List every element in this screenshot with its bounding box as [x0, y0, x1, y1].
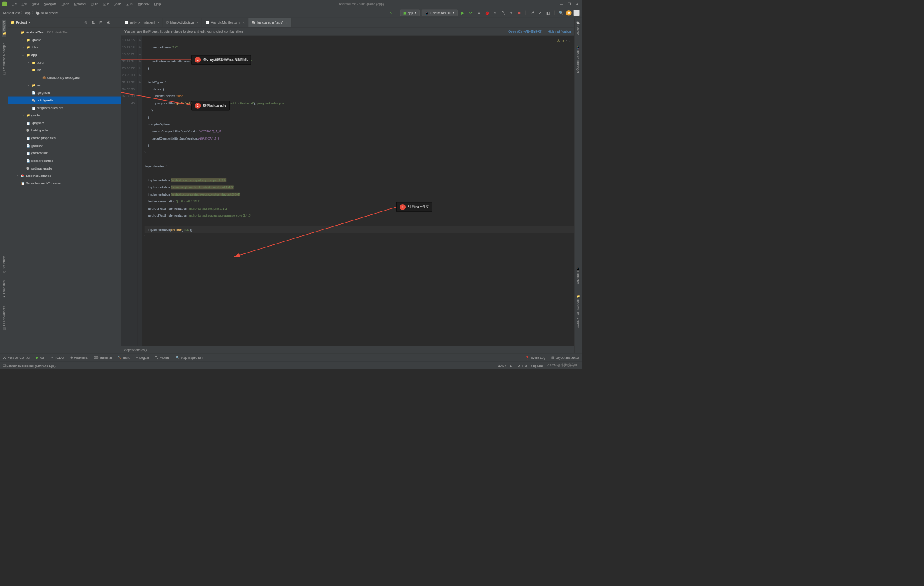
event-log-button[interactable]: ❓Event Log [525, 356, 545, 360]
menu-edit[interactable]: Edit [20, 1, 29, 7]
menu-view[interactable]: View [30, 1, 41, 7]
sort-icon[interactable]: ⇅ [90, 20, 96, 26]
git-icon[interactable]: ⎇ [529, 10, 535, 16]
menu-tools[interactable]: Tools [112, 1, 123, 7]
tree-item[interactable]: ›📁src [8, 81, 121, 89]
tree-item[interactable]: 📄proguard-rules.pro [8, 104, 121, 112]
tree-item[interactable]: ›📁.gradle [8, 36, 121, 44]
tree-item[interactable]: ›📁gradle [8, 112, 121, 119]
stop-button[interactable]: ■ [516, 10, 522, 16]
sync-icon[interactable]: ↘ [388, 10, 394, 16]
menu-file[interactable]: File [10, 1, 19, 7]
tree-item[interactable]: ›📚External Libraries [8, 172, 121, 180]
gradle-tab[interactable]: 🐘 Gradle [576, 20, 580, 36]
bottom-tool-run[interactable]: ▶Run [36, 356, 46, 360]
code-editor[interactable]: 13 14 15 16 17 18 19 20 21 22 23 24 25 2… [121, 36, 574, 346]
bottom-tool-problems[interactable]: ⊘Problems [70, 356, 88, 360]
target-icon[interactable]: ⊕ [83, 20, 89, 26]
favorites-tab[interactable]: ★ Favorites [2, 280, 6, 300]
device-dropdown[interactable]: 📱Pixel 5 API 30▼ [422, 9, 458, 16]
close-tab-icon[interactable]: × [243, 21, 245, 25]
commit-icon[interactable]: ◧ [545, 10, 551, 16]
tree-item[interactable]: 📄gradlew [8, 142, 121, 149]
indent[interactable]: 4 spaces [530, 364, 543, 368]
project-tree[interactable]: ⌄📁 AndroidTestD:\AndroidTest ›📁.gradle›📁… [8, 27, 121, 353]
collapse-icon[interactable]: ⊟ [98, 20, 104, 26]
breadcrumb-item[interactable]: app [25, 11, 31, 15]
dropdown-icon[interactable]: ▼ [29, 21, 31, 24]
emulator-tab[interactable]: 📱 Emulator [576, 266, 580, 285]
run-button[interactable]: ▶ [460, 10, 466, 16]
breadcrumb-item[interactable]: build.gradle [41, 11, 58, 15]
bottom-tool-logcat[interactable]: ≡Logcat [136, 356, 149, 360]
coverage-icon[interactable]: ⛨ [492, 10, 498, 16]
avatar[interactable] [574, 10, 580, 16]
bottom-tool-todo[interactable]: ≡TODO [51, 356, 64, 360]
menu-refactor[interactable]: Refactor [72, 1, 88, 7]
tree-item[interactable]: 📄.gitignore [8, 89, 121, 97]
update-icon[interactable]: ↙ [537, 10, 543, 16]
menu-window[interactable]: Window [136, 1, 151, 7]
editor-tab[interactable]: 📄AndroidManifest.xml× [202, 18, 248, 27]
layout-inspector-button[interactable]: ▦Layout Inspector [551, 356, 580, 360]
hide-icon[interactable]: ― [113, 20, 119, 26]
search-icon[interactable]: 🔍 [558, 10, 564, 16]
profile-icon[interactable]: 〽 [500, 10, 506, 16]
close-tab-icon[interactable]: × [157, 21, 159, 25]
tree-item[interactable]: 📋Scratches and Consoles [8, 180, 121, 187]
menu-help[interactable]: Help [152, 1, 163, 7]
structure-tab[interactable]: ⌬ Structure [2, 255, 6, 274]
code-content[interactable]: versionName "1.0" testInstrumentationRun… [142, 36, 574, 346]
editor-tab[interactable]: 📄activity_main.xml× [121, 18, 163, 27]
maximize-button[interactable]: ❐ [568, 2, 571, 6]
tree-root[interactable]: ⌄📁 AndroidTestD:\AndroidTest [8, 29, 121, 36]
tree-item[interactable]: 📄gradle.properties [8, 134, 121, 142]
editor-tab[interactable]: 🐘build.gradle (:app)× [249, 18, 292, 27]
bottom-tool-terminal[interactable]: ⌨Terminal [94, 356, 112, 360]
breadcrumb-item[interactable]: AndroidTest [3, 11, 20, 15]
tree-item[interactable]: 🐘settings.gradle [8, 164, 121, 172]
warnings-badge[interactable]: ⚠ 3 ^ ⌄ [557, 37, 571, 44]
open-structure-link[interactable]: Open (Ctrl+Alt+Shift+S) [508, 30, 542, 33]
line-separator[interactable]: LF [510, 364, 514, 368]
menu-run[interactable]: Run [101, 1, 111, 7]
tree-item[interactable]: ⌄📁libs [8, 66, 121, 74]
tree-item[interactable]: 📄gradlew.bat [8, 149, 121, 157]
encoding[interactable]: UTF-8 [518, 364, 527, 368]
menu-build[interactable]: Build [89, 1, 101, 7]
bottom-tool-build[interactable]: 🔨Build [118, 356, 130, 360]
tree-item[interactable]: ›📁build [8, 59, 121, 66]
breadcrumb-bottom-text[interactable]: dependencies() [124, 348, 147, 351]
bottom-tool-app-inspection[interactable]: 🔍App Inspection [176, 356, 203, 360]
project-tool-tab[interactable]: 📁 Project [2, 20, 6, 37]
debug-icon[interactable]: 🐞 [484, 10, 490, 16]
minimize-button[interactable]: ― [560, 2, 563, 6]
fold-column[interactable]: ⊖ ⊖ ⊖ ⊖ ⊖ ⊖ ⊖ [137, 36, 142, 346]
tree-item[interactable]: ›📁.idea [8, 44, 121, 51]
tree-item[interactable]: 🐘build.gradle [8, 127, 121, 134]
settings-icon[interactable]: ✱ [105, 20, 111, 26]
apply-changes-icon[interactable]: ⟳ [468, 10, 474, 16]
build-variants-tab[interactable]: ▤ Build Variants [2, 305, 6, 331]
close-tab-icon[interactable]: × [197, 21, 198, 25]
editor-tab[interactable]: ©MainActivity.java× [163, 18, 202, 27]
tree-item[interactable]: 📄local.properties [8, 157, 121, 165]
run-config-dropdown[interactable]: ▣app▼ [400, 9, 420, 16]
menu-navigate[interactable]: Navigate [42, 1, 59, 7]
hide-notification-link[interactable]: Hide notification [548, 30, 571, 33]
tree-item[interactable]: 📄.gitignore [8, 119, 121, 127]
bottom-tool-profiler[interactable]: 〽Profiler [155, 356, 170, 360]
tree-item[interactable]: 📦unityLibrary-debug.aar [8, 74, 121, 82]
menu-code[interactable]: Code [59, 1, 71, 7]
menu-vcs[interactable]: VCS [124, 1, 135, 7]
attach-icon[interactable]: ⎆ [508, 10, 514, 16]
restart-icon[interactable]: ≡ [476, 10, 482, 16]
resource-manager-tab[interactable]: ⬚ Resource Manager [2, 42, 6, 77]
ide-update-icon[interactable]: ↻ [566, 10, 572, 16]
tree-item[interactable]: 🐘build.gradle [8, 97, 121, 104]
close-tab-icon[interactable]: × [286, 21, 288, 25]
device-file-explorer-tab[interactable]: 📁 Device File Explorer [576, 293, 580, 329]
caret-position[interactable]: 39:34 [498, 364, 506, 368]
bottom-tool-version-control[interactable]: ⎇Version Control [3, 356, 30, 360]
device-manager-tab[interactable]: 📱 Device Manager [576, 44, 580, 74]
